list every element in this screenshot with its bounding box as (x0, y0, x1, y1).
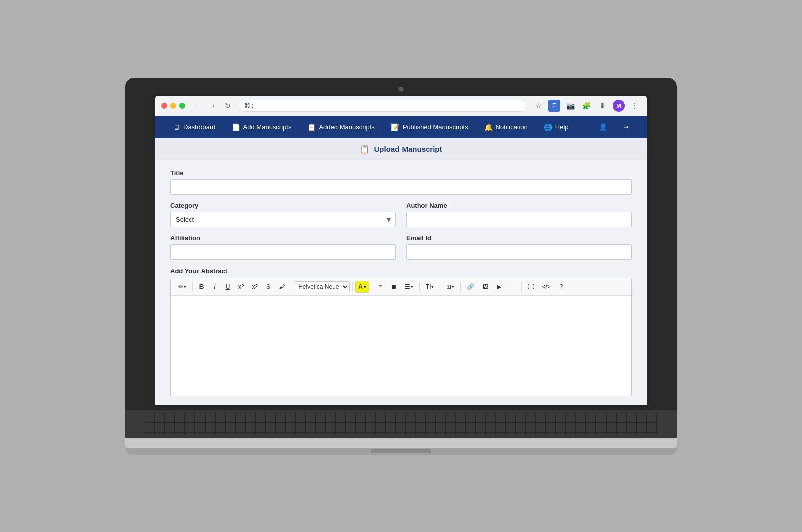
ordered-list-button[interactable]: ≣ (388, 281, 400, 293)
star-icon[interactable]: ☆ (532, 100, 544, 112)
laptop-base (125, 438, 677, 448)
pencil-dropdown-icon: ▾ (184, 284, 186, 289)
nav-label-notification: Notification (496, 123, 528, 131)
form-container: Title Category Select (155, 160, 647, 405)
browser-window: ← → ↻ ⌘ ; ☆ F 📷 🧩 ⬇ M ⋮ � (155, 96, 647, 405)
keyboard-keys (145, 413, 657, 435)
align-dropdown-icon: ▾ (411, 284, 413, 289)
video-button[interactable]: ▶ (493, 281, 505, 293)
italic-button[interactable]: I (209, 281, 221, 293)
browser-actions: ☆ F 📷 🧩 ⬇ M ⋮ (532, 100, 641, 112)
avatar[interactable]: M (613, 100, 625, 112)
nav-item-notification[interactable]: 🔔 Notification (476, 116, 536, 138)
separator-8 (521, 282, 522, 291)
editor-container: ✏ ▾ B I U x2 x2 S 🖌 (170, 278, 632, 396)
font-size-icon: TI (426, 283, 431, 290)
add-manuscripts-icon: 📄 (232, 123, 240, 131)
abstract-section: Add Your Abstract ✏ ▾ B I (170, 267, 632, 396)
pencil-tool-button[interactable]: ✏ ▾ (175, 281, 190, 293)
back-button[interactable]: ← (190, 101, 202, 111)
highlight-dropdown-icon: ▾ (364, 284, 366, 289)
forward-button[interactable]: → (207, 101, 218, 111)
image-button[interactable]: 🖼 (479, 281, 492, 293)
nav-user-icon[interactable]: 👤 (591, 116, 615, 138)
underline-button[interactable]: U (222, 281, 234, 293)
nav-item-added-manuscripts[interactable]: 📋 Added Manuscripts (299, 116, 382, 138)
address-text: ⌘ ; (244, 102, 254, 109)
affiliation-input[interactable] (170, 244, 396, 260)
minimize-button[interactable] (170, 103, 176, 109)
nav-item-add-manuscripts[interactable]: 📄 Add Manuscripts (224, 116, 300, 138)
category-label: Category (170, 202, 396, 209)
maximize-button[interactable] (179, 103, 185, 109)
table-button[interactable]: ⊞ ▾ (443, 281, 458, 293)
nav-item-published-manuscripts[interactable]: 📝 Published Manuscripts (383, 116, 476, 138)
code-button[interactable]: </> (538, 281, 554, 293)
unordered-list-button[interactable]: ≡ (375, 281, 387, 293)
bold-button[interactable]: B (195, 281, 208, 293)
menu-icon[interactable]: ⋮ (629, 100, 641, 112)
separator-6 (440, 282, 440, 291)
nav-label-dashboard: Dashboard (183, 123, 216, 131)
subscript-button[interactable]: x2 (249, 281, 262, 293)
superscript-button[interactable]: x2 (235, 281, 248, 293)
category-select-wrapper: Select (170, 212, 396, 227)
email-label: Email Id (406, 234, 632, 242)
title-label: Title (170, 169, 632, 177)
highlight-button[interactable]: A ▾ (355, 281, 369, 293)
link-button[interactable]: 🔗 (463, 281, 478, 293)
extensions-icon[interactable]: F (548, 100, 560, 112)
separator-4 (372, 282, 372, 291)
reload-button[interactable]: ↻ (223, 101, 233, 111)
nav-logout-icon[interactable]: ↪ (615, 116, 637, 138)
download-icon[interactable]: ⬇ (596, 100, 609, 112)
screen-bezel: ← → ↻ ⌘ ; ☆ F 📷 🧩 ⬇ M ⋮ � (125, 78, 677, 410)
added-manuscripts-icon: 📋 (307, 123, 316, 131)
align-icon: ☰ (405, 283, 410, 290)
nav-item-help[interactable]: 🌐 Help (536, 116, 577, 138)
keyboard (125, 410, 677, 438)
puzzle-icon[interactable]: 🧩 (580, 100, 592, 112)
upload-header-title: Upload Manuscript (374, 145, 442, 153)
laptop-container: ← → ↻ ⌘ ; ☆ F 📷 🧩 ⬇ M ⋮ � (125, 78, 677, 455)
published-manuscripts-icon: 📝 (391, 123, 399, 131)
align-button[interactable]: ☰ ▾ (401, 281, 417, 293)
font-select[interactable]: Helvetica Neue (294, 281, 350, 292)
camera (398, 87, 404, 92)
category-group: Category Select (170, 202, 396, 227)
affiliation-email-row: Affiliation Email Id (170, 234, 632, 260)
help-icon: 🌐 (544, 123, 552, 131)
upload-header-icon: 📋 (360, 144, 370, 154)
hr-button[interactable]: — (506, 281, 519, 293)
editor-toolbar: ✏ ▾ B I U x2 x2 S 🖌 (171, 278, 631, 296)
font-size-dropdown-icon: ▾ (431, 284, 434, 289)
font-size-button[interactable]: TI ▾ (422, 281, 438, 293)
nav-label-published-manuscripts: Published Manuscripts (403, 123, 468, 131)
camera-icon[interactable]: 📷 (564, 100, 576, 112)
nav-label-added-manuscripts: Added Manuscripts (319, 123, 374, 131)
address-bar[interactable]: ⌘ ; (238, 100, 527, 112)
window-controls (161, 103, 185, 109)
abstract-editor[interactable] (171, 296, 631, 396)
app-navbar: 🖥 Dashboard 📄 Add Manuscripts 📋 Added Ma… (155, 116, 647, 138)
email-input[interactable] (406, 244, 632, 260)
browser-chrome: ← → ↻ ⌘ ; ☆ F 📷 🧩 ⬇ M ⋮ (155, 96, 647, 116)
nav-label-add-manuscripts: Add Manuscripts (243, 123, 292, 131)
category-select[interactable]: Select (170, 212, 396, 227)
table-icon: ⊞ (446, 283, 451, 290)
help-toolbar-button[interactable]: ? (555, 281, 567, 293)
nav-item-dashboard[interactable]: 🖥 Dashboard (165, 116, 224, 138)
email-group: Email Id (406, 234, 632, 260)
separator-7 (460, 282, 461, 291)
close-button[interactable] (161, 103, 167, 109)
nav-label-help: Help (555, 123, 569, 131)
abstract-label: Add Your Abstract (170, 267, 632, 275)
author-name-input[interactable] (406, 212, 632, 227)
affiliation-group: Affiliation (170, 234, 396, 260)
strikethrough-button[interactable]: S (262, 281, 274, 293)
user-icon: 👤 (599, 123, 607, 131)
fullscreen-button[interactable]: ⛶ (524, 281, 537, 293)
title-input[interactable] (170, 179, 632, 195)
title-row: Title (170, 169, 632, 195)
clear-format-button[interactable]: 🖌 (275, 281, 288, 293)
